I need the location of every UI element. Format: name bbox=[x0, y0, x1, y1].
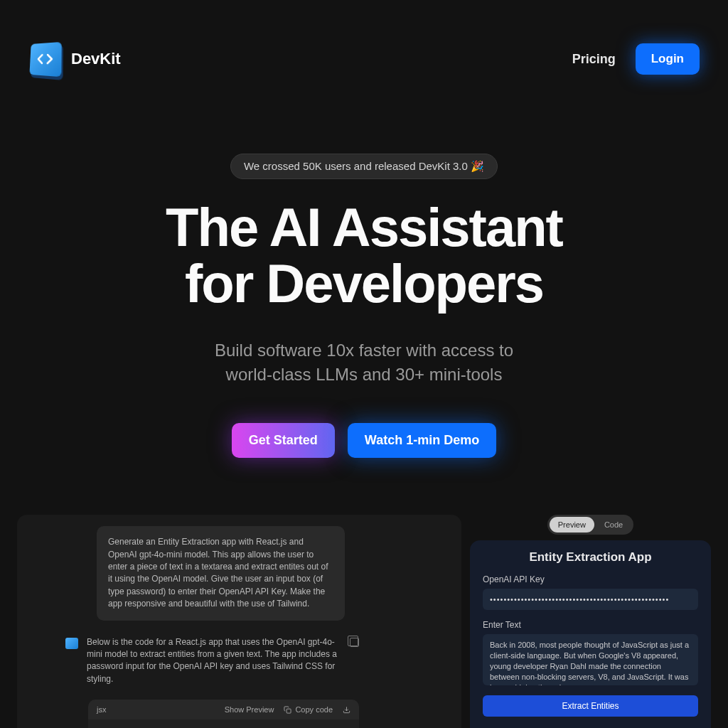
ai-reply-row: Below is the code for a React.js app tha… bbox=[65, 636, 359, 686]
preview-tabs: Preview Code bbox=[470, 515, 711, 540]
hero: We crossed 50K users and released DevKit… bbox=[0, 75, 728, 458]
apikey-label: OpenAI API Key bbox=[483, 574, 698, 584]
text-label: Enter Text bbox=[483, 620, 698, 630]
chat-card: Generate an Entity Extraction app with R… bbox=[17, 515, 461, 728]
preview-app-title: Entity Extraction App bbox=[483, 550, 698, 564]
hero-title-line2: for Developers bbox=[185, 253, 543, 314]
nav: Pricing Login bbox=[572, 43, 700, 75]
announcement-pill[interactable]: We crossed 50K users and released DevKit… bbox=[230, 154, 498, 179]
code-panel: jsx Show Preview Copy code // EntityExtr… bbox=[88, 700, 359, 728]
brand-group[interactable]: DevKit bbox=[28, 43, 121, 75]
demo-row: Generate an Entity Extraction app with R… bbox=[0, 515, 728, 728]
header: DevKit Pricing Login bbox=[0, 0, 728, 75]
text-input[interactable] bbox=[483, 634, 698, 685]
logo-icon bbox=[29, 42, 61, 77]
code-language-badge: jsx bbox=[97, 705, 106, 714]
hero-subtitle: Build software 10x faster with access to… bbox=[0, 338, 728, 386]
watch-demo-button[interactable]: Watch 1-min Demo bbox=[348, 423, 496, 458]
ai-reply-text: Below is the code for a React.js app tha… bbox=[87, 636, 341, 686]
apikey-input[interactable] bbox=[483, 589, 698, 610]
user-prompt: Generate an Entity Extraction app with R… bbox=[97, 526, 345, 620]
tab-code[interactable]: Code bbox=[596, 517, 631, 532]
hero-sub-line1: Build software 10x faster with access to bbox=[215, 341, 513, 360]
hero-sub-line2: world-class LLMs and 30+ mini-tools bbox=[226, 365, 503, 384]
cta-row: Get Started Watch 1-min Demo bbox=[0, 423, 728, 458]
login-button[interactable]: Login bbox=[636, 43, 700, 75]
hero-title: The AI Assistant for Developers bbox=[0, 199, 728, 311]
preview-column: Preview Code Entity Extraction App OpenA… bbox=[470, 515, 711, 728]
copy-code-button[interactable]: Copy code bbox=[284, 705, 333, 714]
code-header: jsx Show Preview Copy code bbox=[88, 700, 359, 719]
tab-preview[interactable]: Preview bbox=[550, 517, 594, 532]
code-body[interactable]: // EntityExtractionApp.jsx import React,… bbox=[88, 719, 359, 728]
nav-pricing[interactable]: Pricing bbox=[572, 52, 616, 67]
brand-name: DevKit bbox=[71, 50, 121, 68]
copy-reply-icon[interactable] bbox=[350, 638, 359, 647]
show-preview-button[interactable]: Show Preview bbox=[225, 705, 274, 714]
get-started-button[interactable]: Get Started bbox=[232, 423, 335, 458]
extract-entities-button[interactable]: Extract Entities bbox=[483, 695, 698, 717]
download-code-icon[interactable] bbox=[343, 706, 350, 714]
svg-rect-0 bbox=[287, 709, 291, 713]
preview-card: Entity Extraction App OpenAI API Key Ent… bbox=[470, 540, 711, 728]
assistant-avatar-icon bbox=[65, 638, 78, 649]
hero-title-line1: The AI Assistant bbox=[166, 197, 562, 257]
